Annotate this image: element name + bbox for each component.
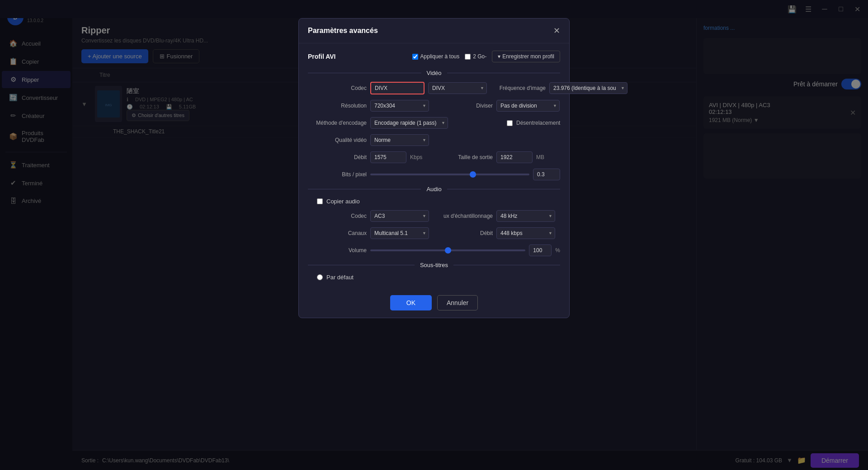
bits-pixel-label: Bits / pixel [308, 171, 367, 178]
ok-button[interactable]: OK [390, 295, 432, 310]
volume-slider[interactable] [370, 249, 525, 251]
modal-close-button[interactable]: ✕ [553, 26, 560, 36]
taille-input[interactable] [496, 151, 533, 163]
subtitles-section-divider: Sous-titres [308, 262, 560, 268]
channels-debit-row: Canaux Multicanal 5.1 Stéréo Mono Débit … [308, 227, 560, 244]
subtitles-section-label: Sous-titres [420, 262, 448, 268]
profile-label: Profil AVI [308, 53, 335, 60]
fps-select[interactable]: 23.976 (Identique à la sou 25 29.97 [549, 82, 627, 94]
fps-select-wrapper: 23.976 (Identique à la sou 25 29.97 [549, 82, 627, 94]
profile-row: Profil AVI Appliquer à tous 2 Go- ▾ Enre… [308, 51, 560, 62]
subtitles-line-left [308, 265, 415, 265]
two-go-checkbox[interactable] [465, 54, 471, 60]
debit-input[interactable] [370, 151, 406, 163]
sampling-select[interactable]: 48 kHz 44.1 kHz [496, 210, 555, 222]
quality-select-wrapper: Norme Haute Basse [370, 134, 429, 146]
subtitles-line-right [453, 265, 560, 265]
taille-unit: MB [536, 154, 544, 160]
debit-unit: Kbps [410, 154, 422, 160]
audio-line-right [447, 189, 560, 189]
bits-pixel-row: Bits / pixel [308, 169, 560, 180]
deinterlace-row: Désentrelacement [448, 117, 560, 129]
video-line-right [447, 73, 561, 73]
profile-controls: Appliquer à tous 2 Go- ▾ Enregistrer mon… [412, 51, 560, 62]
deinterlace-label: Désentrelacement [516, 120, 560, 126]
copy-audio-checkbox[interactable] [317, 198, 323, 204]
channels-label: Canaux [308, 230, 367, 236]
diviser-select-wrapper: Pas de division 700 MB 1.4 GB [496, 100, 560, 112]
encode-select-wrapper: Encodage rapide (1 pass) Encodage 2 pass… [370, 117, 448, 129]
codec-input[interactable] [370, 82, 425, 94]
encode-label: Méthode d'encodage [308, 120, 367, 126]
audio-section-label: Audio [426, 186, 441, 193]
codec-select-wrapper: DIVX XVID H264 [428, 82, 487, 94]
quality-select[interactable]: Norme Haute Basse [370, 134, 429, 146]
bits-pixel-slider[interactable] [370, 174, 529, 175]
apply-all-checkbox[interactable] [412, 54, 418, 60]
modal-title: Paramètres avancés [308, 27, 378, 35]
video-section-divider: Vidéo [308, 70, 560, 76]
two-go-text: 2 Go- [473, 53, 486, 60]
audio-debit-row: Débit 448 kbps 320 kbps 192 kbps [434, 227, 560, 239]
audio-codec-select[interactable]: AC3 MP3 AAC [370, 210, 429, 222]
video-section-label: Vidéo [427, 70, 442, 76]
par-defaut-label: Par défaut [326, 274, 354, 281]
resolution-select-wrapper: 720x304 720x480 1280x720 [370, 100, 429, 112]
resolution-diviser-row: Résolution 720x304 720x480 1280x720 Divi… [308, 100, 560, 117]
encode-row: Méthode d'encodage Encodage rapide (1 pa… [308, 117, 448, 129]
fps-label: Fréquence d'image [487, 85, 546, 91]
bits-pixel-value[interactable] [533, 169, 560, 180]
codec-fps-row: Codec DIVX XVID H264 Fréquence d'image [308, 82, 560, 100]
sampling-select-wrapper: 48 kHz 44.1 kHz [496, 210, 555, 222]
sampling-row: ux d'échantillonnage 48 kHz 44.1 kHz [434, 210, 560, 222]
two-go-label[interactable]: 2 Go- [465, 53, 486, 60]
fps-row: Fréquence d'image 23.976 (Identique à la… [487, 82, 627, 94]
channels-row: Canaux Multicanal 5.1 Stéréo Mono [308, 227, 434, 239]
resolution-row: Résolution 720x304 720x480 1280x720 [308, 100, 434, 112]
modal-body: Profil AVI Appliquer à tous 2 Go- ▾ Enre… [299, 43, 569, 288]
copy-audio-label: Copier audio [326, 198, 360, 205]
modal-header: Paramètres avancés ✕ [299, 19, 569, 43]
audio-codec-label: Codec [308, 213, 367, 219]
audio-debit-select[interactable]: 448 kbps 320 kbps 192 kbps [496, 227, 555, 239]
taille-row: Taille de sortie MB [434, 151, 560, 163]
deinterlace-checkbox[interactable] [507, 120, 513, 126]
par-defaut-radio[interactable] [317, 274, 323, 280]
diviser-row: Diviser Pas de division 700 MB 1.4 GB [434, 100, 560, 112]
copy-audio-row: Copier audio [308, 198, 560, 205]
advanced-settings-modal: Paramètres avancés ✕ Profil AVI Applique… [298, 18, 570, 318]
volume-label: Volume [308, 247, 367, 254]
modal-footer: OK Annuler [299, 288, 569, 318]
modal-overlay: Paramètres avancés ✕ Profil AVI Applique… [0, 0, 868, 470]
codec-label: Codec [308, 85, 367, 91]
codec-row: Codec DIVX XVID H264 [308, 82, 487, 94]
audio-section-divider: Audio [308, 186, 560, 193]
volume-value[interactable] [529, 244, 552, 256]
bits-slider-container [370, 174, 529, 175]
diviser-select[interactable]: Pas de division 700 MB 1.4 GB [496, 100, 560, 112]
save-profile-label: Enregistrer mon profil [502, 53, 554, 60]
channels-select-wrapper: Multicanal 5.1 Stéréo Mono [370, 227, 429, 239]
encode-select[interactable]: Encodage rapide (1 pass) Encodage 2 pass… [370, 117, 448, 129]
quality-row: Qualité vidéo Norme Haute Basse [308, 134, 560, 146]
audio-codec-select-wrapper: AC3 MP3 AAC [370, 210, 429, 222]
encode-deinterlace-row: Méthode d'encodage Encodage rapide (1 pa… [308, 117, 560, 134]
debit-taille-row: Débit Kbps Taille de sortie MB [308, 151, 560, 169]
taille-label: Taille de sortie [434, 154, 493, 160]
video-line-left [308, 73, 421, 73]
cancel-button[interactable]: Annuler [437, 295, 478, 310]
quality-label: Qualité vidéo [308, 137, 367, 143]
volume-unit: % [555, 247, 560, 254]
volume-slider-container [370, 249, 525, 251]
resolution-select[interactable]: 720x304 720x480 1280x720 [370, 100, 429, 112]
debit-row: Débit Kbps [308, 151, 434, 163]
save-profile-button[interactable]: ▾ Enregistrer mon profil [492, 51, 560, 62]
channels-select[interactable]: Multicanal 5.1 Stéréo Mono [370, 227, 429, 239]
debit-label: Débit [308, 154, 367, 160]
audio-debit-label: Débit [434, 230, 493, 236]
audio-codec-sampling-row: Codec AC3 MP3 AAC ux d'échantillonnage 4… [308, 210, 560, 227]
audio-codec-row: Codec AC3 MP3 AAC [308, 210, 434, 222]
diviser-label: Diviser [434, 103, 493, 109]
codec-select[interactable]: DIVX XVID H264 [428, 82, 487, 94]
apply-all-label[interactable]: Appliquer à tous [412, 53, 460, 60]
